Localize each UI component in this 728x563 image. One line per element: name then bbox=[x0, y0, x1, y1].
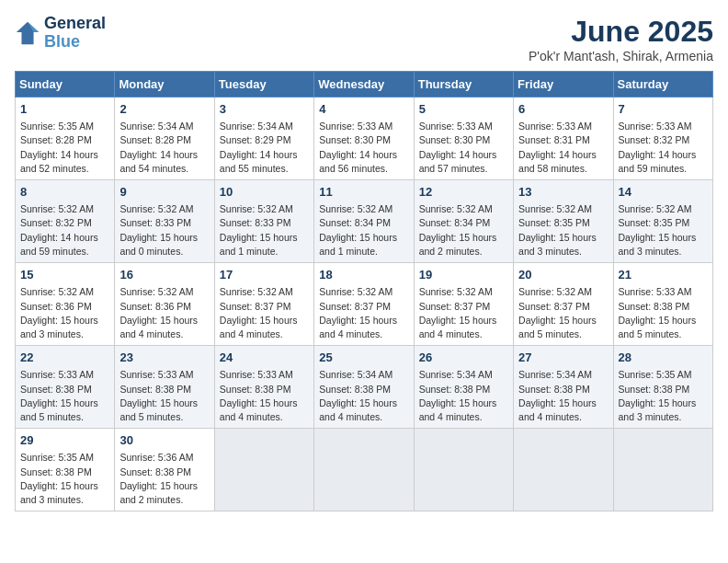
day-cell-3-4: 18Sunrise: 5:32 AM Sunset: 8:37 PM Dayli… bbox=[314, 263, 414, 346]
day-number: 22 bbox=[20, 350, 109, 366]
col-saturday: Saturday bbox=[613, 72, 712, 98]
day-cell-3-6: 20Sunrise: 5:32 AM Sunset: 8:37 PM Dayli… bbox=[514, 263, 613, 346]
week-row-3: 15Sunrise: 5:32 AM Sunset: 8:36 PM Dayli… bbox=[16, 263, 713, 346]
day-info: Sunrise: 5:32 AM Sunset: 8:35 PM Dayligh… bbox=[518, 202, 608, 259]
day-number: 15 bbox=[20, 267, 109, 283]
day-info: Sunrise: 5:35 AM Sunset: 8:38 PM Dayligh… bbox=[20, 451, 109, 507]
day-number: 18 bbox=[319, 267, 408, 283]
day-cell-3-2: 16Sunrise: 5:32 AM Sunset: 8:36 PM Dayli… bbox=[115, 263, 214, 346]
col-thursday: Thursday bbox=[414, 72, 513, 98]
day-info: Sunrise: 5:32 AM Sunset: 8:36 PM Dayligh… bbox=[20, 285, 109, 341]
day-cell-2-4: 11Sunrise: 5:32 AM Sunset: 8:34 PM Dayli… bbox=[314, 180, 414, 263]
day-number: 21 bbox=[619, 267, 708, 283]
day-info: Sunrise: 5:35 AM Sunset: 8:28 PM Dayligh… bbox=[20, 120, 109, 176]
day-number: 16 bbox=[119, 267, 209, 283]
day-number: 17 bbox=[220, 267, 309, 283]
day-number: 1 bbox=[20, 101, 109, 118]
day-number: 30 bbox=[119, 432, 209, 449]
day-number: 11 bbox=[319, 184, 408, 201]
col-monday: Monday bbox=[115, 72, 214, 98]
day-number: 14 bbox=[619, 184, 708, 201]
day-cell-3-1: 15Sunrise: 5:32 AM Sunset: 8:36 PM Dayli… bbox=[16, 263, 115, 346]
day-cell-4-5: 26Sunrise: 5:34 AM Sunset: 8:38 PM Dayli… bbox=[414, 346, 513, 429]
day-cell-4-7: 28Sunrise: 5:35 AM Sunset: 8:38 PM Dayli… bbox=[613, 346, 712, 429]
day-info: Sunrise: 5:32 AM Sunset: 8:37 PM Dayligh… bbox=[419, 285, 508, 341]
day-number: 8 bbox=[20, 184, 109, 201]
day-info: Sunrise: 5:32 AM Sunset: 8:37 PM Dayligh… bbox=[518, 285, 608, 341]
day-info: Sunrise: 5:32 AM Sunset: 8:37 PM Dayligh… bbox=[319, 285, 408, 341]
day-number: 12 bbox=[419, 184, 508, 201]
title-area: June 2025 P'ok'r Mant'ash, Shirak, Armen… bbox=[529, 15, 713, 63]
day-cell-4-3: 24Sunrise: 5:33 AM Sunset: 8:38 PM Dayli… bbox=[214, 346, 313, 429]
day-cell-4-2: 23Sunrise: 5:33 AM Sunset: 8:38 PM Dayli… bbox=[115, 346, 214, 429]
day-info: Sunrise: 5:33 AM Sunset: 8:38 PM Dayligh… bbox=[220, 368, 309, 424]
day-cell-5-4 bbox=[314, 429, 414, 511]
logo: General Blue bbox=[15, 15, 106, 52]
day-cell-1-7: 7Sunrise: 5:33 AM Sunset: 8:32 PM Daylig… bbox=[613, 98, 712, 180]
day-number: 6 bbox=[518, 101, 608, 118]
day-cell-5-3 bbox=[214, 429, 313, 511]
day-cell-1-3: 3Sunrise: 5:34 AM Sunset: 8:29 PM Daylig… bbox=[214, 98, 313, 180]
day-cell-4-6: 27Sunrise: 5:34 AM Sunset: 8:38 PM Dayli… bbox=[514, 346, 613, 429]
day-cell-5-2: 30Sunrise: 5:36 AM Sunset: 8:38 PM Dayli… bbox=[115, 429, 214, 511]
day-info: Sunrise: 5:34 AM Sunset: 8:38 PM Dayligh… bbox=[518, 368, 608, 424]
day-info: Sunrise: 5:32 AM Sunset: 8:33 PM Dayligh… bbox=[119, 202, 209, 259]
day-info: Sunrise: 5:33 AM Sunset: 8:38 PM Dayligh… bbox=[20, 368, 109, 424]
day-info: Sunrise: 5:32 AM Sunset: 8:37 PM Dayligh… bbox=[220, 285, 309, 341]
day-info: Sunrise: 5:32 AM Sunset: 8:34 PM Dayligh… bbox=[319, 202, 408, 259]
day-cell-1-1: 1Sunrise: 5:35 AM Sunset: 8:28 PM Daylig… bbox=[16, 98, 115, 180]
day-cell-3-5: 19Sunrise: 5:32 AM Sunset: 8:37 PM Dayli… bbox=[414, 263, 513, 346]
day-info: Sunrise: 5:34 AM Sunset: 8:28 PM Dayligh… bbox=[119, 120, 209, 176]
day-cell-2-7: 14Sunrise: 5:32 AM Sunset: 8:35 PM Dayli… bbox=[613, 180, 712, 263]
logo-icon bbox=[15, 20, 40, 46]
day-number: 7 bbox=[619, 101, 708, 118]
day-cell-2-2: 9Sunrise: 5:32 AM Sunset: 8:33 PM Daylig… bbox=[115, 180, 214, 263]
day-cell-1-4: 4Sunrise: 5:33 AM Sunset: 8:30 PM Daylig… bbox=[314, 98, 414, 180]
day-number: 23 bbox=[119, 350, 209, 366]
day-info: Sunrise: 5:33 AM Sunset: 8:30 PM Dayligh… bbox=[319, 120, 408, 176]
day-info: Sunrise: 5:32 AM Sunset: 8:32 PM Dayligh… bbox=[20, 202, 109, 259]
main-title: June 2025 bbox=[529, 15, 713, 49]
day-info: Sunrise: 5:35 AM Sunset: 8:38 PM Dayligh… bbox=[619, 368, 708, 424]
day-number: 3 bbox=[220, 101, 309, 118]
day-cell-5-5 bbox=[414, 429, 513, 511]
col-wednesday: Wednesday bbox=[314, 72, 414, 98]
subtitle: P'ok'r Mant'ash, Shirak, Armenia bbox=[529, 49, 713, 63]
day-cell-5-1: 29Sunrise: 5:35 AM Sunset: 8:38 PM Dayli… bbox=[16, 429, 115, 511]
logo-text: General Blue bbox=[44, 15, 106, 52]
day-cell-2-5: 12Sunrise: 5:32 AM Sunset: 8:34 PM Dayli… bbox=[414, 180, 513, 263]
day-number: 26 bbox=[419, 350, 508, 366]
day-info: Sunrise: 5:34 AM Sunset: 8:38 PM Dayligh… bbox=[319, 368, 408, 424]
day-cell-5-6 bbox=[514, 429, 613, 511]
day-cell-4-4: 25Sunrise: 5:34 AM Sunset: 8:38 PM Dayli… bbox=[314, 346, 414, 429]
day-cell-2-6: 13Sunrise: 5:32 AM Sunset: 8:35 PM Dayli… bbox=[514, 180, 613, 263]
day-info: Sunrise: 5:33 AM Sunset: 8:30 PM Dayligh… bbox=[419, 120, 508, 176]
week-row-4: 22Sunrise: 5:33 AM Sunset: 8:38 PM Dayli… bbox=[16, 346, 713, 429]
day-number: 25 bbox=[319, 350, 408, 366]
day-number: 20 bbox=[518, 267, 608, 283]
day-number: 19 bbox=[419, 267, 508, 283]
day-info: Sunrise: 5:32 AM Sunset: 8:36 PM Dayligh… bbox=[119, 285, 209, 341]
day-cell-1-2: 2Sunrise: 5:34 AM Sunset: 8:28 PM Daylig… bbox=[115, 98, 214, 180]
day-cell-2-1: 8Sunrise: 5:32 AM Sunset: 8:32 PM Daylig… bbox=[16, 180, 115, 263]
day-cell-1-6: 6Sunrise: 5:33 AM Sunset: 8:31 PM Daylig… bbox=[514, 98, 613, 180]
day-info: Sunrise: 5:34 AM Sunset: 8:38 PM Dayligh… bbox=[419, 368, 508, 424]
day-info: Sunrise: 5:32 AM Sunset: 8:34 PM Dayligh… bbox=[419, 202, 508, 259]
day-cell-5-7 bbox=[613, 429, 712, 511]
week-row-5: 29Sunrise: 5:35 AM Sunset: 8:38 PM Dayli… bbox=[16, 429, 713, 511]
day-number: 9 bbox=[119, 184, 209, 201]
day-number: 29 bbox=[20, 432, 109, 449]
day-info: Sunrise: 5:33 AM Sunset: 8:38 PM Dayligh… bbox=[119, 368, 209, 424]
day-info: Sunrise: 5:36 AM Sunset: 8:38 PM Dayligh… bbox=[119, 451, 209, 507]
day-info: Sunrise: 5:34 AM Sunset: 8:29 PM Dayligh… bbox=[220, 120, 309, 176]
week-row-2: 8Sunrise: 5:32 AM Sunset: 8:32 PM Daylig… bbox=[16, 180, 713, 263]
day-number: 28 bbox=[619, 350, 708, 366]
col-friday: Friday bbox=[514, 72, 613, 98]
day-number: 13 bbox=[518, 184, 608, 201]
col-tuesday: Tuesday bbox=[214, 72, 313, 98]
day-cell-2-3: 10Sunrise: 5:32 AM Sunset: 8:33 PM Dayli… bbox=[214, 180, 313, 263]
day-info: Sunrise: 5:33 AM Sunset: 8:31 PM Dayligh… bbox=[518, 120, 608, 176]
day-info: Sunrise: 5:33 AM Sunset: 8:38 PM Dayligh… bbox=[619, 285, 708, 341]
calendar: Sunday Monday Tuesday Wednesday Thursday… bbox=[15, 71, 713, 511]
svg-marker-0 bbox=[17, 22, 39, 44]
